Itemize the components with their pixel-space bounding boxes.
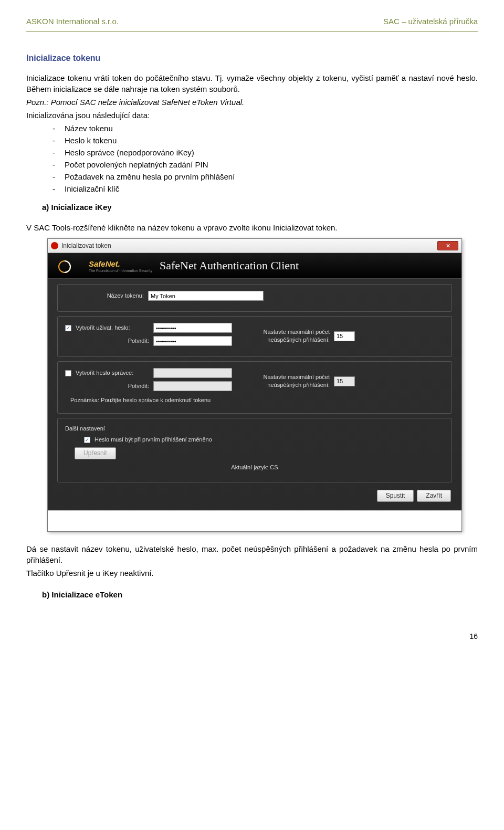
input-admin-pwd (153, 368, 232, 378)
fieldset-more-settings: Další nastavení Heslo musí být při první… (57, 418, 452, 482)
input-admin-pwd-confirm (153, 381, 232, 391)
list-item: -Inicializační klíč (52, 183, 478, 194)
fieldset-admin-password: Vytvořit heslo správce: Potvrdit: Nastav… (57, 361, 452, 413)
brand-bar: SafeNet. The Foundation of Information S… (48, 253, 461, 279)
input-user-pwd-confirm[interactable] (153, 336, 232, 346)
para-intro: Inicializace tokenu vrátí token do počát… (26, 72, 478, 94)
list-item: -Heslo k tokenu (52, 135, 478, 146)
para-note: Pozn.: Pomocí SAC nelze inicializovat Sa… (26, 97, 478, 108)
close-icon: ✕ (446, 243, 450, 249)
fieldset-token-name: Název tokenu: (57, 284, 452, 312)
brand-tagline: The Foundation of Information Security (89, 268, 152, 274)
checkbox-create-admin-pwd[interactable] (65, 370, 71, 376)
list-item: -Název tokenu (52, 123, 478, 134)
init-bullet-list: -Název tokenu -Heslo k tokenu -Heslo spr… (52, 123, 478, 194)
input-max-fail-admin (334, 376, 355, 386)
para-post-2: Tlačítko Upřesnit je u iKey neaktivní. (26, 568, 478, 579)
list-item: -Počet povolených neplatných zadání PIN (52, 159, 478, 170)
note-admin-pwd: Poznámka: Použijte heslo správce k odemk… (70, 396, 444, 404)
start-button[interactable]: Spustit (377, 490, 414, 502)
label-confirm-admin: Potvrdit: (76, 382, 149, 390)
section-title: Inicializace tokenu (26, 52, 478, 64)
header-right: SAC – uživatelská příručka (383, 16, 478, 27)
brand-name: SafeNet Authentication Client (160, 258, 299, 274)
label-current-lang: Aktuální jazyk: CS (231, 464, 278, 471)
close-button[interactable]: ✕ (437, 241, 458, 250)
close-dialog-button[interactable]: Zavřít (417, 490, 451, 502)
dialog-title: Inicializovat token (61, 241, 111, 250)
label-confirm-user: Potvrdit: (76, 337, 149, 345)
brand-logo-text: SafeNet. (89, 258, 152, 269)
input-user-pwd[interactable] (153, 323, 232, 333)
label-create-user-pwd: Vytvořit uživat. heslo: (76, 324, 149, 332)
subsection-b: b) Inicializace eToken (42, 589, 478, 600)
safenet-logo-icon (56, 257, 81, 274)
dialog-window: Inicializovat token ✕ SafeNet. The Found… (47, 238, 462, 532)
checkbox-create-user-pwd[interactable] (65, 325, 71, 331)
para-sac-tools: V SAC Tools-rozšířené klikněte na název … (26, 222, 478, 233)
label-must-change: Heslo musí být při prvním přihlášení změ… (94, 436, 212, 444)
list-item: -Požadavek na změnu hesla po prvním přih… (52, 171, 478, 182)
input-token-name[interactable] (148, 291, 264, 301)
dialog-titlebar: Inicializovat token ✕ (48, 239, 461, 253)
fieldset-user-password: Vytvořit uživat. heslo: Potvrdit: Nastav… (57, 316, 452, 357)
label-token-name: Název tokenu: (65, 292, 144, 300)
list-item: -Heslo správce (nepodporováno iKey) (52, 147, 478, 158)
para-post-1: Dá se nastavit název tokenu, uživatelské… (26, 543, 478, 565)
header-left: ASKON International s.r.o. (26, 16, 119, 27)
label-more-settings: Další nastavení (65, 425, 444, 433)
dialog-footer-blank (48, 510, 461, 531)
dialog-app-icon (51, 242, 58, 249)
header-rule (26, 31, 478, 31)
subsection-a: a) Inicializace iKey (42, 202, 478, 213)
label-max-fail-admin: Nastavte maximální počet neúspěšných při… (246, 373, 330, 390)
para-list-intro: Inicializována jsou následující data: (26, 110, 478, 121)
label-max-fail-user: Nastavte maximální počet neúspěšných při… (246, 328, 330, 344)
checkbox-must-change[interactable] (84, 437, 90, 443)
page-number: 16 (26, 632, 478, 642)
label-create-admin-pwd: Vytvořit heslo správce: (76, 369, 149, 377)
detail-button: Upřesnit (75, 447, 116, 459)
input-max-fail-user[interactable] (334, 331, 355, 341)
